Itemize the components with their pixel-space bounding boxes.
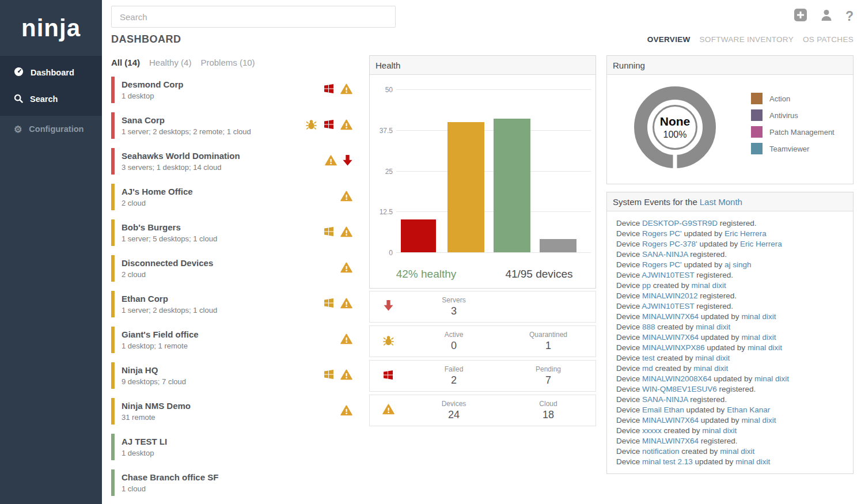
health-bar-offline <box>540 239 576 252</box>
tab-os-patches[interactable]: OS PATCHES <box>803 35 854 44</box>
device-list-item[interactable]: Disconnected Devices 2 cloud <box>111 255 358 282</box>
device-list-item[interactable]: Chase Branch office SF 1 cloud <box>111 469 358 496</box>
device-list-item[interactable]: Bob's Burgers 1 server; 5 desktops; 1 cl… <box>111 219 358 246</box>
tab-overview[interactable]: OVERVIEW <box>647 35 691 44</box>
device-list-item[interactable]: Desmond Corp 1 desktop <box>111 77 358 103</box>
stat-value: 18 <box>501 409 596 421</box>
device-tab-all[interactable]: All (14) <box>111 58 140 67</box>
user-link[interactable]: minal dixit <box>702 426 737 435</box>
running-legend: Action Antivirus Patch Management Teamvi… <box>751 93 835 160</box>
organization-name: Ethan Corp <box>122 294 217 304</box>
user-link[interactable]: minal dixit <box>720 447 754 456</box>
sidebar-nav-secondary: ⚙Configuration <box>0 116 102 142</box>
sidebar-item-search[interactable]: Search <box>0 86 102 112</box>
stat-label: Active <box>407 331 501 339</box>
device-list-item[interactable]: Ethan Corp 1 server; 2 desktops; 1 cloud <box>111 291 358 317</box>
stat-label: Devices <box>407 400 501 408</box>
device-link[interactable]: MINALWIN7X64 <box>642 333 699 342</box>
help-icon[interactable]: ? <box>845 9 854 23</box>
add-icon[interactable] <box>794 8 807 24</box>
organization-devices-summary: 1 desktop <box>122 92 184 100</box>
user-link[interactable]: minal dixit <box>754 374 789 383</box>
system-event: Device SANA-NINJA registered. <box>616 395 847 405</box>
warning-icon <box>340 84 352 97</box>
device-link[interactable]: Rogers PC' <box>642 260 682 269</box>
device-link[interactable]: DESKTOP-G9STR9D <box>642 219 718 228</box>
user-link[interactable]: minal dixit <box>748 343 782 352</box>
event-action: registered. <box>698 291 737 300</box>
organization-name: AJ's Home Office <box>122 187 193 196</box>
device-link[interactable]: Rogers PC-378' <box>642 240 697 248</box>
device-list-item[interactable]: Giant's Field office 1 desktop; 1 remote <box>111 327 358 353</box>
device-link[interactable]: MINALWIN7X64 <box>642 437 699 445</box>
organization-name: AJ TEST LI <box>122 437 167 446</box>
user-link[interactable]: minal dixit <box>692 281 726 290</box>
device-link[interactable]: md <box>642 364 653 373</box>
user-link[interactable]: minal dixit <box>741 416 776 425</box>
user-link[interactable]: minal dixit <box>693 364 728 373</box>
windows-icon <box>323 369 335 382</box>
system-event: Device notification created by minal dix… <box>616 446 847 457</box>
running-panel-title: Running <box>607 56 853 75</box>
device-list-item[interactable]: Seahawks World Domination 3 servers; 1 d… <box>111 148 358 175</box>
device-link[interactable]: MINALWIN7X64 <box>642 312 699 321</box>
device-link[interactable]: Rogers PC' <box>642 229 682 238</box>
device-link[interactable]: notification <box>642 447 680 456</box>
user-icon[interactable] <box>820 9 833 24</box>
sidebar-item-configuration[interactable]: ⚙Configuration <box>0 116 102 142</box>
device-link[interactable]: Email Ethan <box>642 406 684 414</box>
sidebar-item-dashboard[interactable]: Dashboard <box>0 59 102 86</box>
device-tab-problems[interactable]: Problems (10) <box>200 58 255 67</box>
device-link[interactable]: test <box>642 354 655 362</box>
device-link[interactable]: WIN-QM8EV1ESUV6 <box>642 385 717 393</box>
bug-icon <box>305 119 317 132</box>
device-link[interactable]: AJWIN10TEST <box>642 302 694 310</box>
sidebar-item-label: Search <box>30 94 58 104</box>
device-link[interactable]: pp <box>642 281 651 290</box>
user-link[interactable]: Ethan Kanar <box>727 406 770 414</box>
device-list-item[interactable]: AJ's Home Office 2 cloud <box>111 184 358 210</box>
user-link[interactable]: minal dixit <box>741 333 776 342</box>
event-text: Device <box>616 323 642 331</box>
windows-icon <box>323 297 335 311</box>
device-list-item[interactable]: AJ TEST LI 1 desktop <box>111 434 358 460</box>
device-list-item[interactable]: Ninja NMS Demo 31 remote <box>111 398 358 425</box>
device-link[interactable]: xxxxx <box>642 426 662 435</box>
device-link[interactable]: minal test 2.13 <box>642 457 693 466</box>
device-list-item[interactable]: Ninja HQ 9 desktops; 7 cloud <box>111 362 358 389</box>
user-link[interactable]: minal dixit <box>696 323 730 331</box>
user-link[interactable]: minal dixit <box>741 312 776 321</box>
system-event: Device MINALWIN7X64 updated by minal dix… <box>616 312 847 322</box>
device-link[interactable]: MINALWIN2008X64 <box>642 374 712 383</box>
device-status-icons <box>340 334 358 347</box>
device-link[interactable]: MINALWIN2012 <box>642 291 698 300</box>
system-event: Device MINALWIN2008X64 updated by minal … <box>616 374 847 384</box>
event-action: registered. <box>699 437 738 445</box>
system-event: Device SANA-NINJA registered. <box>616 249 847 260</box>
organization-devices-summary: 1 desktop <box>122 449 167 457</box>
tab-software-inventory[interactable]: SOFTWARE INVENTORY <box>700 35 794 44</box>
search-input[interactable] <box>111 6 396 28</box>
device-link[interactable]: SANA-NINJA <box>642 250 688 259</box>
gear-icon: ⚙ <box>14 124 22 135</box>
device-link[interactable]: AJWIN10TEST <box>642 271 694 279</box>
user-link[interactable]: aj singh <box>725 260 752 269</box>
organization-name: Sana Corp <box>122 115 251 125</box>
donut-center-value: 100% <box>663 130 687 140</box>
event-text: Device <box>616 240 642 248</box>
user-link[interactable]: minal dixit <box>695 354 730 362</box>
device-link[interactable]: SANA-NINJA <box>642 395 688 404</box>
device-link[interactable]: 888 <box>642 323 655 331</box>
system-event: Device 888 created by minal dixit <box>616 322 847 332</box>
device-list-item[interactable]: Sana Corp 1 server; 2 desktops; 2 remote… <box>111 112 358 139</box>
warning-icon <box>340 226 352 240</box>
event-text: Device <box>616 281 642 290</box>
user-link[interactable]: Eric Herrera <box>725 229 767 238</box>
last-month-link[interactable]: Last Month <box>700 197 742 207</box>
user-link[interactable]: minal dixit <box>735 457 770 466</box>
device-link[interactable]: MINALWINXPX86 <box>642 343 705 352</box>
donut-center-title: None <box>660 115 691 128</box>
device-link[interactable]: MINALWIN7X64 <box>642 416 699 425</box>
device-tab-healthy[interactable]: Healthy (4) <box>149 58 191 67</box>
user-link[interactable]: Eric Herrera <box>740 240 782 248</box>
